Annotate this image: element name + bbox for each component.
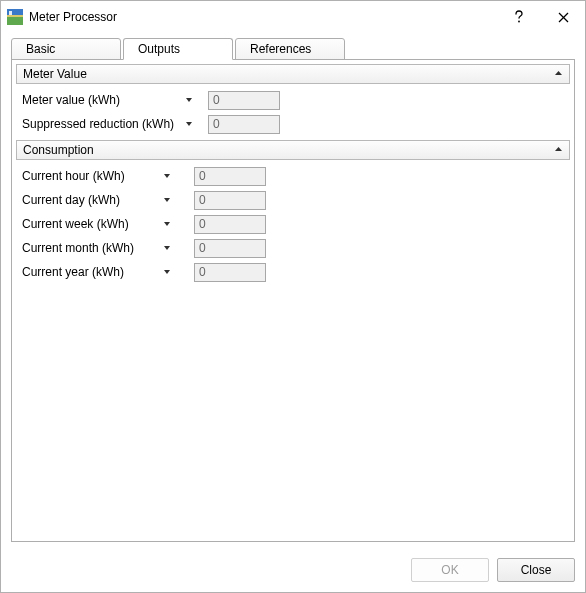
section-header-meter-value[interactable]: Meter Value — [16, 64, 570, 84]
input-meter-value[interactable]: 0 — [208, 91, 280, 110]
help-icon — [514, 10, 524, 24]
svg-rect-1 — [7, 17, 23, 25]
chevron-down-icon — [163, 268, 171, 276]
window-title: Meter Processor — [29, 10, 497, 24]
row-suppressed-reduction: Suppressed reduction (kWh) 0 — [16, 112, 570, 136]
input-current-day[interactable]: 0 — [194, 191, 266, 210]
close-window-button[interactable] — [541, 1, 585, 33]
input-current-year[interactable]: 0 — [194, 263, 266, 282]
tab-label: Outputs — [138, 42, 180, 56]
row-meter-value: Meter value (kWh) 0 — [16, 88, 570, 112]
row-current-hour: Current hour (kWh) 0 — [16, 164, 570, 188]
label-current-year: Current year (kWh) — [22, 265, 140, 279]
tab-outputs[interactable]: Outputs — [123, 38, 233, 60]
dropdown-meter-value[interactable] — [170, 96, 208, 104]
chevron-down-icon — [185, 120, 193, 128]
dropdown-current-hour[interactable] — [140, 172, 194, 180]
svg-point-4 — [518, 21, 520, 23]
dropdown-current-year[interactable] — [140, 268, 194, 276]
tab-panel-outputs: Meter Value Meter value (kWh) 0 Suppress… — [11, 59, 575, 542]
chevron-down-icon — [163, 196, 171, 204]
label-suppressed-reduction: Suppressed reduction (kWh) — [22, 117, 170, 131]
dialog-footer: OK Close — [1, 548, 585, 592]
titlebar-controls — [497, 1, 585, 33]
dropdown-current-day[interactable] — [140, 196, 194, 204]
dialog-window: Meter Processor Basic Outputs — [0, 0, 586, 593]
tab-references[interactable]: References — [235, 38, 345, 60]
collapse-icon — [554, 67, 563, 81]
titlebar: Meter Processor — [1, 1, 585, 33]
section-header-consumption[interactable]: Consumption — [16, 140, 570, 160]
input-current-month[interactable]: 0 — [194, 239, 266, 258]
label-current-day: Current day (kWh) — [22, 193, 140, 207]
label-current-hour: Current hour (kWh) — [22, 169, 140, 183]
svg-rect-3 — [9, 11, 12, 15]
chevron-down-icon — [163, 220, 171, 228]
label-current-week: Current week (kWh) — [22, 217, 140, 231]
input-current-week[interactable]: 0 — [194, 215, 266, 234]
content-area: Basic Outputs References Meter Value Met… — [1, 33, 585, 548]
close-icon — [558, 12, 569, 23]
label-current-month: Current month (kWh) — [22, 241, 140, 255]
row-current-year: Current year (kWh) 0 — [16, 260, 570, 284]
row-current-day: Current day (kWh) 0 — [16, 188, 570, 212]
collapse-icon — [554, 143, 563, 157]
app-icon — [7, 9, 23, 25]
tab-basic[interactable]: Basic — [11, 38, 121, 60]
section-body-consumption: Current hour (kWh) 0 Current day (kWh) 0… — [16, 160, 570, 286]
dropdown-suppressed-reduction[interactable] — [170, 120, 208, 128]
row-current-month: Current month (kWh) 0 — [16, 236, 570, 260]
row-current-week: Current week (kWh) 0 — [16, 212, 570, 236]
help-button[interactable] — [497, 1, 541, 33]
section-title: Consumption — [23, 143, 94, 157]
section-title: Meter Value — [23, 67, 87, 81]
chevron-down-icon — [163, 244, 171, 252]
close-button[interactable]: Close — [497, 558, 575, 582]
chevron-down-icon — [163, 172, 171, 180]
label-meter-value: Meter value (kWh) — [22, 93, 170, 107]
input-suppressed-reduction[interactable]: 0 — [208, 115, 280, 134]
chevron-down-icon — [185, 96, 193, 104]
ok-button[interactable]: OK — [411, 558, 489, 582]
input-current-hour[interactable]: 0 — [194, 167, 266, 186]
tabs-row: Basic Outputs References — [11, 37, 575, 59]
dropdown-current-week[interactable] — [140, 220, 194, 228]
tab-label: References — [250, 42, 311, 56]
svg-rect-2 — [7, 15, 23, 17]
dropdown-current-month[interactable] — [140, 244, 194, 252]
tab-label: Basic — [26, 42, 55, 56]
section-body-meter-value: Meter value (kWh) 0 Suppressed reduction… — [16, 84, 570, 138]
